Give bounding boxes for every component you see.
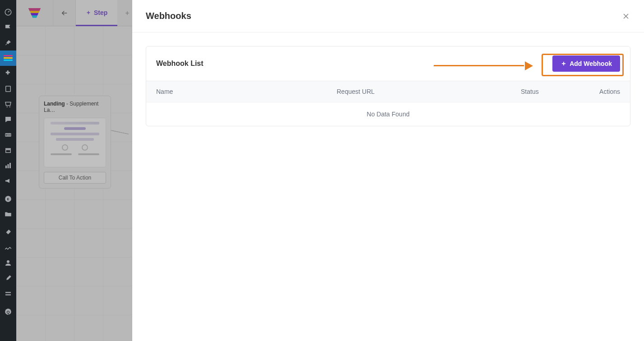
svg-rect-9: [8, 164, 9, 168]
add-webhook-label: Add Webhook: [570, 60, 612, 67]
modal-close-button[interactable]: [621, 12, 630, 21]
sidebar-dashboard[interactable]: [0, 5, 16, 20]
sidebar-draw[interactable]: [0, 240, 16, 255]
sidebar-user[interactable]: [0, 255, 16, 271]
svg-point-3: [9, 106, 10, 107]
sidebar-pin[interactable]: [0, 35, 16, 51]
admin-icon-sidebar: WOO E Q: [0, 0, 16, 341]
sidebar-flag[interactable]: [0, 20, 16, 35]
panel-title: Webhook List: [156, 60, 204, 68]
sidebar-plugin[interactable]: [0, 66, 16, 81]
sidebar-reload[interactable]: Q: [0, 304, 16, 319]
table-empty-message: No Data Found: [146, 102, 630, 126]
svg-rect-8: [5, 166, 7, 168]
funnel-stripe-icon: [4, 55, 13, 61]
svg-text:E: E: [7, 197, 9, 201]
sidebar-archive[interactable]: [0, 143, 16, 158]
sidebar-cart[interactable]: [0, 97, 16, 112]
column-header-actions: Actions: [579, 88, 620, 95]
svg-rect-1: [6, 86, 11, 92]
sidebar-paintbrush[interactable]: [0, 225, 16, 240]
panel-header: Webhook List Add Webhook: [146, 46, 630, 81]
svg-rect-15: [5, 295, 11, 295]
webhooks-modal: Webhooks Webhook List Add Webhook Name R…: [132, 0, 644, 341]
svg-rect-10: [9, 163, 11, 168]
svg-text:WOO: WOO: [5, 134, 11, 136]
column-header-url: Request URL: [337, 88, 521, 95]
modal-header: Webhooks: [132, 0, 644, 32]
sidebar-folder[interactable]: [0, 207, 16, 222]
svg-point-2: [7, 106, 8, 107]
sidebar-megaphone[interactable]: [0, 173, 16, 189]
svg-text:Q: Q: [6, 310, 9, 314]
sidebar-funnels-active[interactable]: [0, 51, 16, 66]
svg-rect-6: [5, 148, 11, 150]
sidebar-settings[interactable]: [0, 286, 16, 301]
webhook-list-panel: Webhook List Add Webhook Name Request UR…: [146, 46, 630, 126]
sidebar-elementor[interactable]: E: [0, 191, 16, 207]
svg-rect-14: [5, 292, 11, 293]
column-header-name: Name: [156, 88, 337, 95]
svg-point-13: [7, 260, 9, 263]
sidebar-analytics[interactable]: [0, 158, 16, 173]
add-webhook-button[interactable]: Add Webhook: [552, 55, 620, 72]
svg-rect-7: [6, 150, 11, 152]
modal-title: Webhooks: [146, 11, 191, 21]
sidebar-pages[interactable]: [0, 81, 16, 97]
table-header-row: Name Request URL Status Actions: [146, 81, 630, 102]
sidebar-tools[interactable]: [0, 271, 16, 286]
sidebar-comments[interactable]: [0, 112, 16, 127]
sidebar-woo[interactable]: WOO: [0, 127, 16, 143]
annotation-arrow: [434, 62, 533, 69]
modal-body: Webhook List Add Webhook Name Request UR…: [132, 32, 644, 341]
column-header-status: Status: [521, 88, 579, 95]
plus-icon: [561, 60, 567, 67]
